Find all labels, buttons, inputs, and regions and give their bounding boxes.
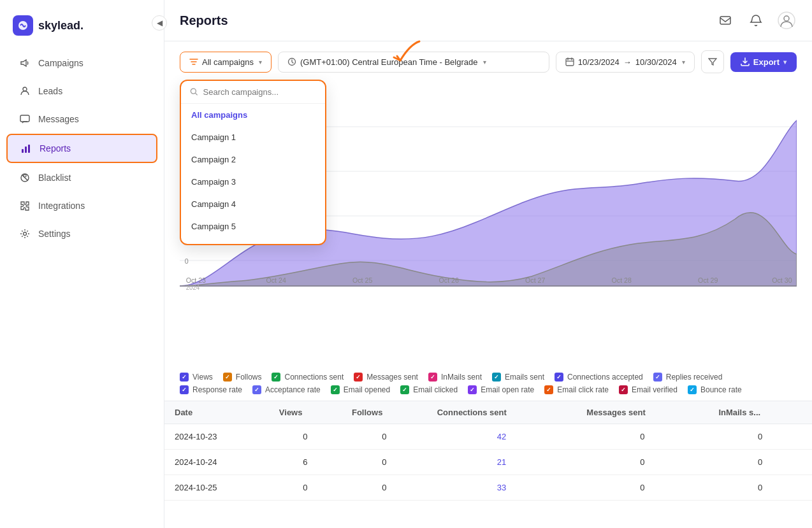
- svg-point-8: [24, 175, 26, 177]
- legend-label-connections-sent: Connections sent: [284, 373, 344, 382]
- legend-label-messages-sent: Messages sent: [366, 373, 418, 382]
- bell-icon[interactable]: [746, 10, 766, 31]
- legend-label-follows: Follows: [236, 373, 262, 382]
- cell-connections-0: 42: [427, 424, 577, 450]
- legend-item-inmails-sent[interactable]: ✓ InMails sent: [428, 373, 482, 382]
- sidebar-item-leads[interactable]: Leads: [6, 78, 157, 104]
- legend-checkbox-connections-sent: ✓: [272, 373, 280, 382]
- legend-item-messages-sent[interactable]: ✓ Messages sent: [354, 373, 418, 382]
- x-sublabel-2024: 2024: [186, 284, 200, 291]
- legend-item-email-open-rate[interactable]: ✓ Email open rate: [468, 385, 534, 394]
- cell-inmails-1: 0: [708, 450, 812, 475]
- legend-checkbox-email-verified: ✓: [619, 385, 628, 394]
- dropdown-option-c3[interactable]: Campaign 3: [181, 171, 325, 193]
- search-input[interactable]: [203, 87, 316, 97]
- date-to-label: 10/30/2024: [635, 57, 677, 67]
- legend-checkbox-inmails-sent: ✓: [428, 373, 437, 382]
- dropdown-option-c6[interactable]: Campaign 6: [181, 238, 325, 244]
- filter-icon: [189, 57, 198, 66]
- sidebar-item-label-leads: Leads: [38, 86, 62, 96]
- legend-item-emails-sent[interactable]: ✓ Emails sent: [492, 373, 544, 382]
- legend-label-acceptance-rate: Acceptance rate: [265, 385, 321, 394]
- svg-rect-4: [25, 146, 27, 153]
- x-label-oct25: Oct 25: [352, 276, 372, 284]
- legend-label-replies-received: Replies received: [666, 373, 723, 382]
- svg-rect-3: [22, 149, 24, 153]
- chevron-down-icon: ▾: [259, 59, 262, 66]
- campaign-dropdown-container: All campaigns ▾ All campaigns Campaign 1…: [180, 52, 272, 73]
- advanced-filter-button[interactable]: [701, 50, 724, 73]
- legend-item-email-clicked[interactable]: ✓ Email clicked: [400, 385, 458, 394]
- ban-icon: [19, 172, 31, 183]
- timezone-button[interactable]: (GMT+01:00) Central European Time - Belg…: [278, 52, 549, 73]
- sidebar-item-messages[interactable]: Messages: [6, 106, 157, 132]
- calendar-icon: [565, 57, 574, 66]
- date-range-button[interactable]: 10/23/2024 → 10/30/2024 ▾: [556, 52, 695, 73]
- legend-item-follows[interactable]: ✓ Follows: [223, 373, 262, 382]
- legend-label-email-clicked: Email clicked: [413, 385, 458, 394]
- dropdown-option-c1[interactable]: Campaign 1: [181, 126, 325, 148]
- dropdown-option-c5[interactable]: Campaign 5: [181, 215, 325, 238]
- legend-checkbox-response-rate: ✓: [180, 385, 189, 394]
- legend-label-response-rate: Response rate: [192, 385, 242, 394]
- legend-label-views: Views: [192, 373, 213, 382]
- cell-connections-1: 21: [427, 450, 577, 475]
- sidebar-item-integrations[interactable]: Integrations: [6, 192, 157, 219]
- col-header-views: Views: [269, 401, 342, 424]
- dropdown-option-c2[interactable]: Campaign 2: [181, 148, 325, 171]
- sidebar-item-label-reports: Reports: [40, 143, 71, 153]
- col-header-inmails: InMails s...: [708, 401, 812, 424]
- legend-label-email-click-rate: Email click rate: [557, 385, 609, 394]
- dropdown-search-container: [181, 81, 325, 104]
- legend-item-email-verified[interactable]: ✓ Email verified: [619, 385, 678, 394]
- user-avatar-icon[interactable]: [776, 10, 797, 31]
- cell-messages-0: 0: [576, 424, 708, 450]
- svg-line-14: [196, 93, 198, 95]
- chart-icon: [20, 143, 32, 154]
- legend-checkbox-acceptance-rate: ✓: [252, 385, 261, 394]
- sidebar-item-blacklist[interactable]: Blacklist: [6, 164, 157, 191]
- svg-point-1: [23, 87, 27, 91]
- x-label-oct24: Oct 24: [266, 276, 286, 284]
- cell-inmails-0: 0: [708, 424, 812, 450]
- legend-checkbox-bounce-rate: ✓: [688, 385, 697, 394]
- legend-checkbox-email-clicked: ✓: [400, 385, 409, 394]
- legend-item-email-opened[interactable]: ✓ Email opened: [331, 385, 390, 394]
- logo-icon: [13, 15, 33, 36]
- col-header-connections-sent: Connections sent: [427, 401, 577, 424]
- megaphone-icon: [19, 57, 31, 69]
- dropdown-option-all[interactable]: All campaigns: [181, 104, 325, 126]
- svg-point-9: [24, 232, 27, 236]
- legend-item-connections-accepted[interactable]: ✓ Connections accepted: [555, 373, 643, 382]
- sidebar-item-settings[interactable]: Settings: [6, 220, 157, 247]
- svg-rect-5: [28, 145, 30, 153]
- dropdown-option-c4[interactable]: Campaign 4: [181, 193, 325, 215]
- gear-icon: [19, 228, 31, 239]
- cell-views-2: 0: [269, 475, 342, 501]
- legend-item-response-rate[interactable]: ✓ Response rate: [180, 385, 242, 394]
- col-header-messages-sent: Messages sent: [576, 401, 708, 424]
- sidebar-nav: Campaigns Leads Messages: [0, 48, 164, 248]
- page-title: Reports: [180, 13, 228, 28]
- legend-item-email-click-rate[interactable]: ✓ Email click rate: [544, 385, 609, 394]
- y-label-0: 0: [185, 257, 189, 265]
- cell-follows-2: 0: [342, 475, 427, 501]
- legend-item-replies-received[interactable]: ✓ Replies received: [653, 373, 723, 382]
- export-button[interactable]: Export ▾: [730, 52, 797, 72]
- sidebar-item-reports[interactable]: Reports: [6, 134, 157, 163]
- campaign-filter-button[interactable]: All campaigns ▾: [180, 52, 272, 73]
- legend-item-acceptance-rate[interactable]: ✓ Acceptance rate: [252, 385, 321, 394]
- search-icon: [190, 87, 198, 96]
- data-table: Date Views Follows Connections sent Mess…: [164, 401, 812, 501]
- legend-label-email-verified: Email verified: [632, 385, 678, 394]
- legend-label-emails-sent: Emails sent: [505, 373, 544, 382]
- header-actions: [715, 10, 797, 31]
- legend-item-views[interactable]: ✓ Views: [180, 373, 213, 382]
- mail-icon[interactable]: [715, 10, 736, 31]
- sidebar-item-campaigns[interactable]: Campaigns: [6, 50, 157, 76]
- sidebar-item-label-blacklist: Blacklist: [38, 173, 71, 183]
- sidebar-collapse-button[interactable]: ◀: [152, 15, 167, 31]
- legend-checkbox-views: ✓: [180, 373, 189, 382]
- legend-item-connections-sent[interactable]: ✓ Connections sent: [272, 373, 344, 382]
- legend-item-bounce-rate[interactable]: ✓ Bounce rate: [688, 385, 742, 394]
